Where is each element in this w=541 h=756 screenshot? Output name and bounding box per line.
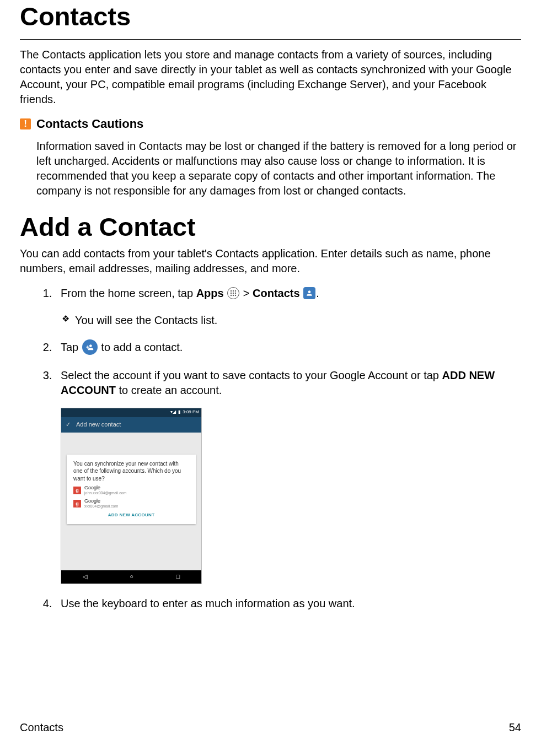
contacts-icon [303,287,315,299]
caution-body: Information saved in Contacts may be los… [36,139,521,198]
apps-label: Apps [196,287,224,299]
step-1: From the home screen, tap Apps > Contact… [55,286,521,328]
caution-block: ! Contacts Cautions Information saved in… [20,117,521,198]
step3-pre: Select the account if you want to save c… [61,369,442,381]
page-footer: Contacts 54 [20,721,521,734]
add-new-account-button: ADD NEW ACCOUNT [73,512,189,519]
caution-title: Contacts Cautions [36,117,143,131]
step-4: Use the keyboard to enter as much inform… [55,596,521,611]
status-time: 3:09 PM [183,409,199,415]
step1-pre: From the home screen, tap [61,287,196,299]
screenshot-add-contact: ▾◢ ▮ 3:09 PM ✓ Add new contact You can s… [61,408,202,584]
svg-point-7 [233,295,234,296]
screenshot-dialog: You can synchronize your new contact wit… [67,455,196,524]
step-2: Tap to add a contact. [55,340,521,356]
diamond-bullet-icon: ❖ [62,313,75,325]
step1-gt: > [240,287,253,299]
google-badge-icon: g [73,500,81,507]
add-contact-icon [82,339,98,355]
apps-icon [227,287,239,299]
step2-post: to add a contact. [98,341,183,353]
google-badge-icon: g [73,487,81,494]
svg-point-5 [235,293,236,294]
account-row-2: g Google xxx004@gmail.com [73,499,189,509]
screenshot-titlebar: ✓ Add new contact [61,417,201,433]
nav-back-icon: ◁ [83,573,87,581]
step1-sub: You will see the Contacts list. [75,314,217,326]
intro2-paragraph: You can add contacts from your tablet's … [20,246,521,276]
svg-point-2 [235,290,236,291]
account1-email: john.xxx004@gmail.com [84,491,126,495]
svg-point-6 [231,295,232,296]
step-3: Select the account if you want to save c… [55,368,521,584]
nav-recent-icon: □ [176,573,180,581]
footer-section: Contacts [20,721,63,734]
step3-post: to create an account. [116,384,222,396]
account2-email: xxx004@gmail.com [84,504,118,509]
intro-paragraph: The Contacts application lets you store … [20,47,521,107]
signal-icon: ▾◢ [170,409,176,415]
screenshot-navbar: ◁ ○ □ [61,570,201,584]
svg-point-4 [233,293,234,294]
step2-pre: Tap [61,341,82,353]
footer-page-number: 54 [509,721,521,734]
nav-home-icon: ○ [130,573,133,581]
dialog-prompt: You can synchronize your new contact wit… [73,460,189,483]
battery-icon: ▮ [178,409,180,415]
svg-point-3 [231,293,232,294]
check-icon: ✓ [66,420,71,429]
titlebar-text: Add new contact [76,420,121,429]
page-title-add-contact: Add a Contact [20,210,521,242]
screenshot-statusbar: ▾◢ ▮ 3:09 PM [61,408,201,417]
contacts-label: Contacts [253,287,300,299]
account2-name: Google [84,499,118,504]
screenshot-body: You can synchronize your new contact wit… [61,433,201,570]
account1-name: Google [84,485,126,491]
warning-icon: ! [20,118,31,129]
account-row-1: g Google john.xxx004@gmail.com [73,485,189,495]
svg-point-0 [231,290,232,291]
step1-post: . [316,287,319,299]
svg-point-8 [235,295,236,296]
page-title-contacts: Contacts [20,0,521,40]
svg-point-1 [233,290,234,291]
